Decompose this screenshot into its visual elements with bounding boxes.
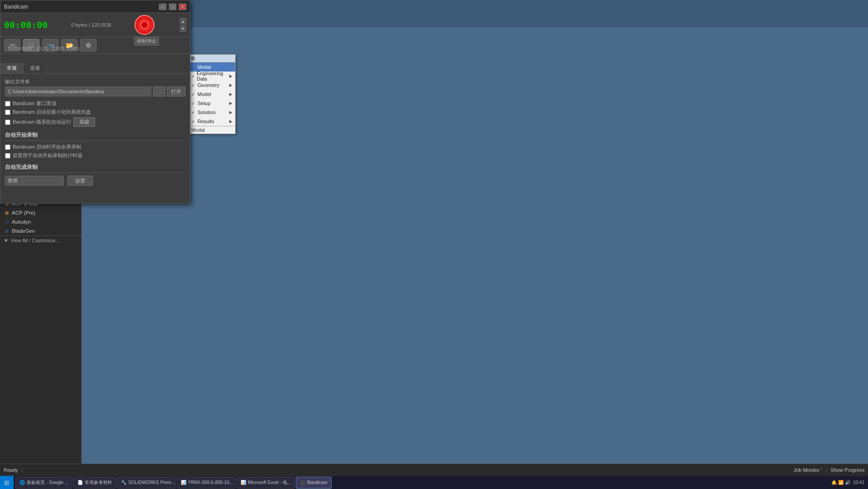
- auto-start-section-title: 自动开始录制: [5, 131, 185, 141]
- auto-start-cb-row-2: 设置用于自动开始录制的计时器: [5, 152, 185, 159]
- collapse-button[interactable]: ▼: [180, 25, 186, 32]
- engineering-data-arrow-icon: ▶: [229, 74, 232, 78]
- taskbar-btn-chrome[interactable]: 🌐 新标签页 - Google ...: [15, 477, 72, 489]
- auto-complete-section-title: 自动完成录制: [5, 163, 185, 173]
- timer-display: 00:00:00: [4, 19, 48, 30]
- auto-start-cb-row-1: Bandicam 启动时开始全屏录制: [5, 144, 185, 150]
- yrkk-icon: 📊: [181, 480, 186, 485]
- auto-complete-input[interactable]: [5, 176, 64, 186]
- resolution-display: 1920×1080 - (0, 0), (1920, 1080): [7, 46, 79, 51]
- file-size-display: 0 bytes / 120.0GB: [71, 22, 111, 28]
- model-label: Model: [198, 91, 211, 97]
- minimize-button[interactable]: ─: [159, 4, 166, 10]
- solidworks-icon: 🔧: [121, 480, 126, 485]
- notification-icons: 🔔 📶 🔊: [831, 480, 850, 485]
- auto-fullscreen-label: Bandicam 启动时开始全屏录制: [13, 144, 81, 150]
- context-menu-item-engineering-data[interactable]: ✓ Engineering Data ▶: [188, 72, 235, 81]
- status-bar: Ready | Job Monitor ' | Show Progress: [0, 464, 868, 475]
- timer-label: 设置用于自动开始录制的计时器: [13, 152, 82, 159]
- timer-row: 00:00:00 0 bytes / 120.0GB 录制/停止 ▲ ▼: [0, 13, 190, 37]
- auto-run-label: Bandicam 随系统自动运行: [13, 119, 71, 125]
- excel-icon: 📊: [241, 480, 246, 485]
- context-menu-header: B: [188, 55, 235, 62]
- settings-button[interactable]: 设置: [68, 176, 93, 186]
- browse-button[interactable]: ...: [153, 86, 165, 96]
- open-folder-button[interactable]: 打开: [167, 86, 185, 96]
- auto-run-checkbox[interactable]: [5, 120, 10, 125]
- close-button[interactable]: ✕: [179, 4, 186, 10]
- auto-start-checkboxes: Bandicam 启动时开始全屏录制 设置用于自动开始录制的计时器: [5, 144, 185, 159]
- output-path-input[interactable]: [5, 86, 151, 96]
- maximize-button[interactable]: □: [169, 4, 176, 10]
- settings-icon-button[interactable]: ⚙: [80, 39, 96, 52]
- bladegen-icon: ◎: [4, 228, 10, 234]
- solution-check-icon: ✓: [191, 110, 196, 115]
- window-top-label: Bandicam 窗口置顶: [13, 100, 56, 107]
- ready-status: Ready: [4, 467, 18, 473]
- context-menu-item-results[interactable]: ✓ Results ▶: [188, 117, 235, 126]
- taskbar-btn-excel[interactable]: 📊 Microsoft Excel - 电...: [236, 477, 295, 489]
- engineering-data-label: Engineering Data: [197, 71, 227, 82]
- tab-general[interactable]: 常规: [0, 63, 24, 73]
- auto-complete-row: 设置: [5, 176, 185, 186]
- context-menu-footer: Modal: [188, 126, 235, 134]
- setup-check-icon: ✓: [191, 101, 196, 106]
- geometry-check-icon: ✓: [191, 83, 196, 88]
- advanced-button[interactable]: 高级: [73, 117, 95, 127]
- model-check-icon: ✓: [191, 92, 196, 97]
- geometry-label: Geometry: [198, 82, 219, 88]
- context-menu-item-solution[interactable]: ✓ Solution ▶: [188, 108, 235, 117]
- context-menu: B Modal ✓ Engineering Data ▶ ✓ Geometry …: [188, 54, 236, 134]
- engineering-data-check-icon: ✓: [191, 74, 195, 79]
- show-progress-button[interactable]: Show Progress: [830, 467, 864, 473]
- auto-fullscreen-checkbox[interactable]: [5, 144, 10, 150]
- status-divider-2: |: [825, 467, 827, 473]
- job-monitor-button[interactable]: Job Monitor ': [794, 467, 822, 473]
- output-file-label: 输出文件夹: [5, 78, 185, 85]
- context-menu-item-modal-selected[interactable]: Modal: [188, 62, 235, 72]
- checkbox-row-3: Bandicam 随系统自动运行 高级: [5, 117, 185, 127]
- taskbar-btn-bandicam[interactable]: 🎥 Bandicam: [296, 477, 331, 489]
- sidebar-item-bladegen[interactable]: ◎ BladeGen: [0, 226, 81, 235]
- expand-button[interactable]: ▲: [180, 18, 186, 24]
- acp-pre-icon: ▦: [4, 210, 10, 216]
- results-check-icon: ✓: [191, 119, 196, 124]
- context-menu-item-setup[interactable]: ✓ Setup ▶: [188, 99, 235, 108]
- bandicam-title: Bandicam: [4, 4, 156, 10]
- checkbox-row-2: Bandicam 启动后最小化到系统托盘: [5, 109, 185, 115]
- timer-checkbox[interactable]: [5, 153, 10, 158]
- solution-arrow-icon: ▶: [229, 110, 232, 115]
- taskbar-clock: 10:41: [853, 479, 864, 485]
- bandicam-taskbar-icon: 🎥: [300, 480, 305, 485]
- checkbox-row-1: Bandicam 窗口置顶: [5, 100, 185, 107]
- context-menu-item-model[interactable]: ✓ Model ▶: [188, 90, 235, 99]
- context-menu-item-geometry[interactable]: ✓ Geometry ▶: [188, 81, 235, 90]
- model-arrow-icon: ▶: [229, 92, 232, 96]
- minimize-tray-label: Bandicam 启动后最小化到系统托盘: [13, 109, 91, 115]
- minimize-tray-checkbox[interactable]: [5, 110, 10, 115]
- window-top-checkbox[interactable]: [5, 101, 10, 106]
- start-button[interactable]: ⊞: [0, 476, 14, 489]
- taskbar-btn-yrkk[interactable]: 📊 YRKK-500-6-800-10...: [177, 477, 236, 489]
- view-all-button[interactable]: ▼ View All / Customize...: [0, 235, 81, 245]
- status-divider-1: |: [22, 467, 23, 473]
- taskbar-btn-solidworks[interactable]: 🔧 SOLIDWORKS Prem...: [117, 477, 176, 489]
- results-label: Results: [198, 119, 214, 124]
- chrome-icon: 🌐: [19, 480, 25, 485]
- record-btn-inner: [140, 21, 149, 29]
- record-button[interactable]: [135, 15, 154, 35]
- autodyn-icon: ⬡: [4, 219, 10, 225]
- bandicam-window: Bandicam ─ □ ✕ 00:00:00 0 bytes / 120.0G…: [0, 0, 190, 204]
- sidebar-item-acp-pre[interactable]: ▦ ACP (Pre): [0, 208, 81, 217]
- checkboxes-group: Bandicam 窗口置顶 Bandicam 启动后最小化到系统托盘 Bandi…: [5, 100, 185, 127]
- record-tooltip: 录制/停止: [134, 37, 159, 46]
- setup-label: Setup: [198, 101, 211, 106]
- results-arrow-icon: ▶: [229, 119, 232, 124]
- setup-arrow-icon: ▶: [229, 101, 232, 105]
- status-bar-right: Job Monitor ' | Show Progress: [794, 467, 864, 473]
- tab-options[interactable]: 选项: [24, 63, 47, 73]
- modal-label: Modal: [198, 64, 211, 70]
- sidebar-item-autodyn[interactable]: ⬡ Autodyn: [0, 217, 81, 226]
- output-file-group: 输出文件夹 ... 打开: [5, 78, 185, 96]
- taskbar-btn-docs[interactable]: 📄 常用参考资料: [73, 477, 116, 489]
